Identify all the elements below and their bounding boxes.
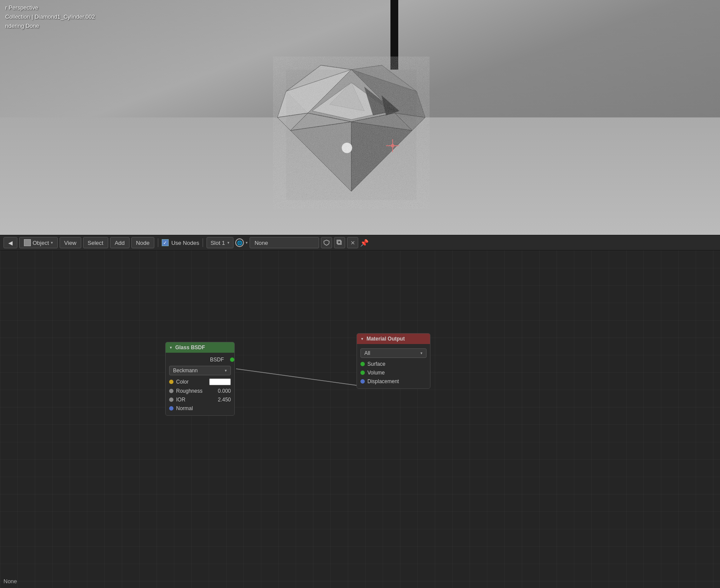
glass-bsdf-title: Glass BSDF [175,344,205,351]
ior-value[interactable]: 2.450 [218,397,231,403]
distribution-dropdown[interactable]: Beckmann ▾ [169,366,231,375]
normal-input-row: Normal [166,404,234,413]
surface-input-label: Surface [367,361,385,367]
target-label: All [364,350,370,356]
distribution-chevron-icon: ▾ [225,368,227,373]
duplicate-icon [337,240,343,246]
separator-2 [203,238,203,247]
material-output-node-body: All ▾ Surface Volume Displacement [357,344,430,388]
material-output-node[interactable]: ▼ Material Output All ▾ Surface Volume [357,333,430,389]
roughness-input-label: Roughness [176,388,203,394]
camera-type-label: r Perspective [5,3,95,13]
bsdf-output-label: BSDF [210,357,224,363]
svg-rect-24 [338,241,341,244]
material-output-node-header: ▼ Material Output [357,334,430,344]
material-output-title: Material Output [367,336,405,342]
glass-bsdf-node-header: ▼ Glass BSDF [166,342,234,353]
ior-input-label: IOR [176,397,185,403]
shield-icon [323,240,330,246]
displacement-input-row: Displacement [357,377,430,386]
ior-input-row: IOR 2.450 [166,395,234,404]
surface-socket[interactable] [360,362,365,366]
pin-icon[interactable]: 📌 [360,239,369,247]
distribution-label: Beckmann [173,368,198,374]
use-nodes-label: Use Nodes [171,240,199,246]
roughness-input-row: Roughness 0.000 [166,387,234,395]
select-menu-label: Select [88,240,103,246]
material-name-field[interactable]: None [250,237,319,248]
render-status-label: ndering Done [5,22,95,31]
glass-bsdf-node-body: BSDF Beckmann ▾ Color Roughness 0.000 [166,353,234,415]
material-name-label: None [254,240,268,246]
svg-rect-23 [286,70,417,200]
normal-socket[interactable] [169,406,173,411]
chevron-left-icon: ◀ [8,240,13,246]
add-menu-button[interactable]: Add [110,237,130,248]
node-editor-toolbar: ◀ Object ▾ View Select Add Node ✓ Use No… [0,235,720,251]
view-menu-button[interactable]: View [60,237,81,248]
material-output-collapse-triangle[interactable]: ▼ [360,337,364,341]
normal-input-label: Normal [176,405,193,411]
world-chevron-icon: ▾ [246,241,248,245]
node-menu-label: Node [136,240,150,246]
node-editor-canvas[interactable]: ▼ Glass BSDF BSDF Beckmann ▾ Color [0,251,720,588]
checkmark-icon: ✓ [163,240,167,246]
displacement-socket[interactable] [360,379,365,384]
view-menu-label: View [64,240,77,246]
bsdf-output-row: BSDF [166,355,234,364]
shield-icon-button[interactable] [321,237,332,248]
volume-input-row: Volume [357,368,430,377]
duplicate-icon-button[interactable] [334,237,345,248]
diamond-object [260,43,443,209]
ior-socket[interactable] [169,398,173,402]
node-editor-status: None [3,578,17,585]
object-mode-label: Object [33,240,49,246]
viewport-3d[interactable]: r Perspective Collection | Diamond1_Cyli… [0,0,720,235]
object-mode-icon [24,239,31,246]
use-nodes-checkbox[interactable]: ✓ [162,239,169,246]
object-mode-dropdown[interactable]: Object ▾ [19,237,58,248]
chevron-down-icon: ▾ [51,241,53,245]
status-none-label: None [3,578,17,585]
viewport-info-overlay: r Perspective Collection | Diamond1_Cyli… [0,0,100,34]
add-menu-label: Add [115,240,125,246]
roughness-value[interactable]: 0.000 [218,388,231,394]
slot-label: Slot 1 [210,240,225,246]
target-dropdown[interactable]: All ▾ [360,348,427,358]
roughness-socket[interactable] [169,389,173,393]
color-input-row: Color [166,377,234,387]
color-socket[interactable] [169,380,173,384]
volume-input-label: Volume [367,370,385,376]
glass-bsdf-node[interactable]: ▼ Glass BSDF BSDF Beckmann ▾ Color [165,342,235,416]
separator-1 [158,238,158,247]
color-input-label: Color [176,379,189,385]
volume-socket[interactable] [360,371,365,375]
editor-type-dropdown[interactable]: ◀ [3,237,17,248]
world-icon[interactable]: 🌐 [235,238,244,247]
color-swatch[interactable] [209,378,231,385]
select-menu-button[interactable]: Select [83,237,108,248]
use-nodes-area[interactable]: ✓ Use Nodes [162,239,199,246]
bsdf-output-socket[interactable] [230,357,234,362]
node-collapse-triangle[interactable]: ▼ [169,346,173,350]
node-editor-grid [0,251,720,588]
displacement-input-label: Displacement [367,378,399,384]
target-chevron-icon: ▾ [420,351,423,355]
slot-dropdown[interactable]: Slot 1 ▾ [207,237,233,248]
svg-rect-25 [337,240,340,244]
surface-input-row: Surface [357,360,430,368]
collection-object-label: Collection | Diamond1_Cylinder.002 [5,13,95,22]
node-menu-button[interactable]: Node [131,237,154,248]
slot-chevron-icon: ▾ [227,241,230,245]
close-icon: ✕ [350,240,355,246]
close-icon-button[interactable]: ✕ [347,237,358,248]
